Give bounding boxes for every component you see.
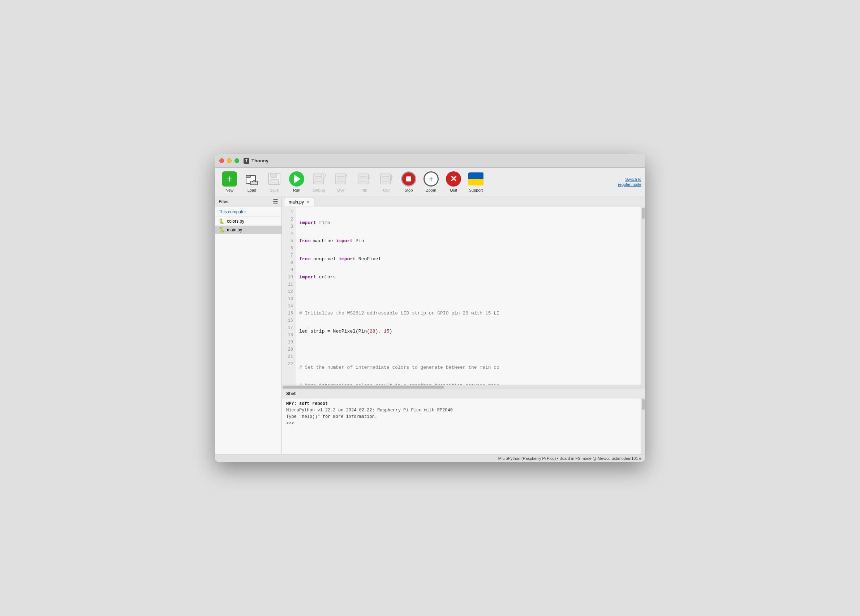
into-icon <box>356 171 372 187</box>
tab-bar: main.py ✕ <box>282 196 645 207</box>
debug-button[interactable]: Debug <box>308 170 330 194</box>
file-name-main: main.py <box>227 227 242 233</box>
load-icon <box>244 171 259 187</box>
support-icon <box>468 171 483 187</box>
file-name-colors: colors.py <box>227 219 244 224</box>
minimize-button[interactable] <box>227 158 232 163</box>
maximize-button[interactable] <box>234 158 239 163</box>
shell-panel: Shell MPY: soft reboot MicroPython v1.22… <box>282 389 645 454</box>
shell-line-reboot: MPY: soft reboot <box>286 401 636 407</box>
app-icon: T <box>243 158 250 164</box>
python-file-icon: 🐍 <box>219 218 225 224</box>
files-panel: Files ☰ This computer 🐍 colors.py 🐍 main… <box>215 196 282 454</box>
debug-icon <box>311 171 326 187</box>
stop-button[interactable]: Stop <box>398 170 419 194</box>
code-lines: import time from machine import Pin from… <box>296 207 511 389</box>
editor-with-scrollbar: 1 2 3 4 5 6 7 8 9 10 11 <box>282 207 645 389</box>
svg-rect-5 <box>270 180 279 184</box>
load-button[interactable]: Load <box>241 170 263 194</box>
out-button[interactable]: Out <box>375 170 397 194</box>
titlebar: T Thonny <box>215 154 645 168</box>
python-file-icon-main: 🐍 <box>219 227 225 233</box>
editor-hscroll-thumb[interactable] <box>282 386 444 389</box>
save-icon <box>267 171 282 187</box>
run-button[interactable]: Run <box>286 170 308 194</box>
statusbar: MicroPython (Raspberry Pi Pico) • Board … <box>215 454 645 462</box>
tab-label-main: main.py <box>289 200 304 204</box>
svg-rect-4 <box>271 173 276 178</box>
shell-content[interactable]: MPY: soft reboot MicroPython v1.22.2 on … <box>282 398 641 454</box>
this-computer-label[interactable]: This computer <box>215 207 281 217</box>
shell-vscroll-thumb[interactable] <box>642 399 645 410</box>
shell-header: Shell <box>282 389 645 398</box>
zoom-button[interactable]: Zoom <box>420 170 442 194</box>
new-button[interactable]: + New <box>219 170 240 194</box>
line-numbers: 1 2 3 4 5 6 7 8 9 10 11 <box>282 207 296 389</box>
over-icon <box>334 171 349 187</box>
file-item-main[interactable]: 🐍 main.py <box>215 226 281 234</box>
shell-vertical-scrollbar[interactable] <box>641 398 645 454</box>
main-window: T Thonny + New Load <box>215 154 645 462</box>
new-icon: + <box>222 171 237 187</box>
tab-close-main[interactable]: ✕ <box>306 200 310 204</box>
toolbar: + New Load <box>215 168 645 196</box>
close-button[interactable] <box>219 158 224 163</box>
window-title: T Thonny <box>243 158 268 164</box>
quit-icon: ✕ <box>446 171 461 187</box>
into-button[interactable]: Into <box>353 170 375 194</box>
traffic-lights <box>219 158 239 163</box>
stop-icon <box>401 171 416 187</box>
over-button[interactable]: Over <box>331 170 352 194</box>
statusbar-text: MicroPython (Raspberry Pi Pico) • Board … <box>498 456 641 460</box>
files-header: Files ☰ <box>215 196 281 207</box>
file-item-colors[interactable]: 🐍 colors.py <box>215 217 281 226</box>
editor-horizontal-scrollbar[interactable] <box>282 385 641 389</box>
code-scroll-area[interactable]: 1 2 3 4 5 6 7 8 9 10 11 <box>282 207 641 389</box>
main-content: Files ☰ This computer 🐍 colors.py 🐍 main… <box>215 196 645 454</box>
out-icon <box>379 171 394 187</box>
code-editor[interactable]: 1 2 3 4 5 6 7 8 9 10 11 <box>282 207 641 389</box>
files-menu-icon[interactable]: ☰ <box>273 198 278 205</box>
svg-rect-2 <box>250 181 257 185</box>
zoom-icon <box>424 171 439 187</box>
support-button[interactable]: Support <box>465 170 487 194</box>
editor-vertical-scrollbar[interactable] <box>641 207 645 389</box>
quit-button[interactable]: ✕ Quit <box>443 170 465 194</box>
switch-mode-link[interactable]: Switch to regular mode <box>616 177 641 187</box>
svg-rect-1 <box>246 175 250 178</box>
editor-tab-main[interactable]: main.py ✕ <box>284 198 314 206</box>
shell-prompt: >>> <box>286 420 636 427</box>
save-button[interactable]: Save <box>264 170 285 194</box>
editor-area: main.py ✕ 1 2 3 4 5 <box>282 196 645 454</box>
editor-vscroll-thumb[interactable] <box>642 208 645 219</box>
shell-line-version: MicroPython v1.22.2 on 2024-02-22; Raspb… <box>286 407 636 413</box>
shell-line-help: Type "help()" for more information. <box>286 413 636 420</box>
run-icon <box>289 171 304 187</box>
